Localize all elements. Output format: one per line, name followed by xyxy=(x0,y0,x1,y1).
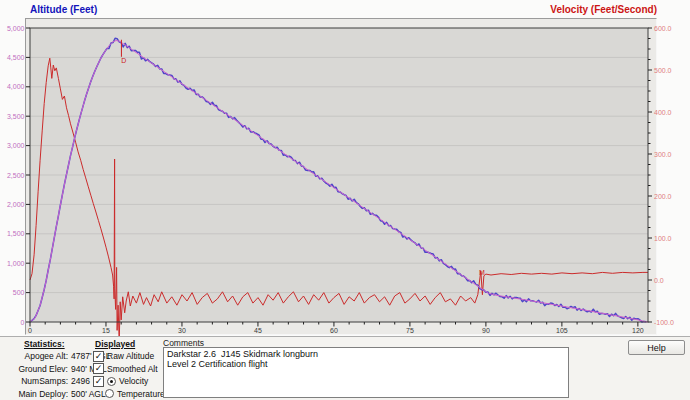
svg-text:15: 15 xyxy=(102,327,110,334)
svg-text:2,500: 2,500 xyxy=(7,172,25,179)
raw-altitude-checkbox[interactable]: ✓ xyxy=(93,351,104,362)
displayed-section: Displayed ✓ Raw Altitude ✓ Smoothed Alt … xyxy=(93,339,163,400)
svg-text:400.0: 400.0 xyxy=(654,109,672,116)
velocity-checkbox[interactable]: ✓ xyxy=(93,376,104,387)
svg-text:1,500: 1,500 xyxy=(7,230,25,237)
svg-text:4,000: 4,000 xyxy=(7,83,25,90)
stat-value: 2496 xyxy=(71,375,90,388)
svg-text:200.0: 200.0 xyxy=(654,193,672,200)
stat-label: Ground Elev: xyxy=(6,363,68,376)
stat-label: NumSamps: xyxy=(6,375,68,388)
stat-label: Apogee Alt: xyxy=(6,350,68,363)
bottom-panel: Statistics: Apogee Alt: 4787' AGL Ground… xyxy=(0,336,690,400)
svg-text:0: 0 xyxy=(28,327,32,334)
svg-text:-100.0: -100.0 xyxy=(654,319,674,326)
svg-text:3,500: 3,500 xyxy=(7,113,25,120)
velocity-toggle[interactable]: ✓ Velocity xyxy=(93,375,163,388)
comments-textarea[interactable]: Darkstar 2.6 J145 Skidmark longburn Leve… xyxy=(163,347,569,398)
temperature-toggle[interactable]: Temperature xyxy=(93,388,163,400)
svg-text:0: 0 xyxy=(21,319,25,326)
raw-altitude-label: Raw Altitude xyxy=(107,350,154,363)
svg-text:2,000: 2,000 xyxy=(7,201,25,208)
svg-text:120: 120 xyxy=(632,327,644,334)
svg-text:1,000: 1,000 xyxy=(7,260,25,267)
svg-text:500.0: 500.0 xyxy=(654,67,672,74)
svg-text:105: 105 xyxy=(556,327,568,334)
raw-altitude-toggle[interactable]: ✓ Raw Altitude xyxy=(93,350,163,363)
svg-text:75: 75 xyxy=(406,327,414,334)
svg-text:600.0: 600.0 xyxy=(654,25,672,32)
svg-text:30: 30 xyxy=(178,327,186,334)
svg-text:0.0: 0.0 xyxy=(654,277,664,284)
svg-text:500: 500 xyxy=(13,289,25,296)
flight-chart: DM05001,0001,5002,0002,5003,0003,5004,00… xyxy=(0,0,690,336)
smoothed-alt-label: Smoothed Alt xyxy=(107,363,158,376)
smoothed-alt-toggle[interactable]: ✓ Smoothed Alt xyxy=(93,363,163,376)
help-button[interactable]: Help xyxy=(628,340,685,355)
svg-text:D: D xyxy=(121,57,126,64)
velocity-radio[interactable] xyxy=(107,377,116,386)
svg-text:M: M xyxy=(479,269,485,276)
velocity-label: Velocity xyxy=(119,375,148,388)
svg-text:5,000: 5,000 xyxy=(7,25,25,32)
temperature-radio[interactable] xyxy=(105,389,114,398)
displayed-heading: Displayed xyxy=(95,339,163,349)
svg-text:4,500: 4,500 xyxy=(7,54,25,61)
svg-text:3,000: 3,000 xyxy=(7,142,25,149)
svg-text:90: 90 xyxy=(482,327,490,334)
svg-text:100.0: 100.0 xyxy=(654,235,672,242)
svg-text:60: 60 xyxy=(330,327,338,334)
temperature-label: Temperature xyxy=(117,388,165,400)
svg-text:45: 45 xyxy=(254,327,262,334)
smoothed-alt-checkbox[interactable]: ✓ xyxy=(93,363,104,374)
svg-text:300.0: 300.0 xyxy=(654,151,672,158)
stat-label: Main Deploy: xyxy=(6,388,68,400)
